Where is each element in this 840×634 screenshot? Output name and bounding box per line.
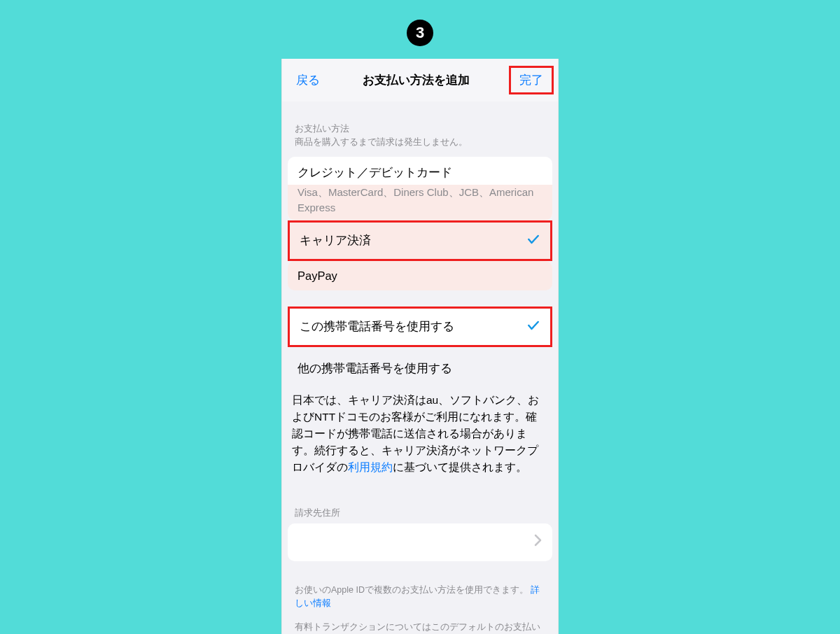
footer-note-1: お使いのApple IDで複数のお支払い方法を使用できます。 詳しい情報: [282, 561, 558, 617]
payment-options-card-2: PayPay: [288, 261, 552, 290]
check-icon: [526, 318, 540, 335]
carrier-description: 日本では、キャリア決済はau、ソフトバンク、およびNTTドコモのお客様がご利用に…: [282, 378, 558, 483]
phone-screen: 戻る お支払い方法を追加 完了 お支払い方法 商品を購入するまで請求は発生しませ…: [281, 59, 559, 634]
back-button[interactable]: 戻る: [293, 71, 323, 90]
check-icon: [526, 232, 540, 249]
option-other-phone[interactable]: 他の携帯電話番号を使用する: [288, 351, 552, 378]
terms-link[interactable]: 利用規約: [348, 461, 393, 473]
payment-method-header: お支払い方法 商品を購入するまで請求は発生しません。: [282, 101, 558, 153]
billing-address-row[interactable]: [288, 523, 552, 561]
option-label: キャリア決済: [300, 233, 371, 248]
chevron-right-icon: [534, 534, 542, 550]
option-credit-card[interactable]: クレジット／デビットカード: [288, 157, 552, 185]
done-highlight: 完了: [509, 66, 554, 94]
option-label: この携帯電話番号を使用する: [300, 319, 454, 334]
option-this-phone[interactable]: この携帯電話番号を使用する: [290, 309, 550, 345]
section-sublabel: 商品を購入するまで請求は発生しません。: [295, 136, 545, 148]
option-label: PayPay: [298, 269, 337, 283]
option-paypay[interactable]: PayPay: [288, 261, 552, 290]
payment-options-card: クレジット／デビットカード Visa、MasterCard、Diners Clu…: [288, 157, 552, 221]
option-label: クレジット／デビットカード: [298, 165, 452, 181]
page-title: お支払い方法を追加: [363, 72, 470, 88]
footer-text: お使いのApple IDで複数のお支払い方法を使用できます。: [295, 585, 528, 595]
section-label: お支払い方法: [295, 122, 545, 135]
option-carrier[interactable]: キャリア決済: [290, 223, 550, 259]
desc-text-b: に基づいて提供されます。: [393, 461, 527, 473]
phone-number-highlight: この携帯電話番号を使用する: [288, 307, 552, 347]
billing-address-label: 請求先住所: [282, 483, 558, 523]
footer-note-2: 有料トランザクションについてはこのデフォルトのお支払い: [282, 617, 558, 634]
option-credit-card-sub: Visa、MasterCard、Diners Club、JCB、American…: [288, 185, 552, 221]
carrier-highlight: キャリア決済: [288, 220, 552, 261]
other-phone-section: 他の携帯電話番号を使用する: [288, 351, 552, 378]
step-badge: 3: [407, 20, 433, 46]
done-button[interactable]: 完了: [519, 73, 543, 87]
nav-bar: 戻る お支払い方法を追加 完了: [282, 59, 558, 101]
